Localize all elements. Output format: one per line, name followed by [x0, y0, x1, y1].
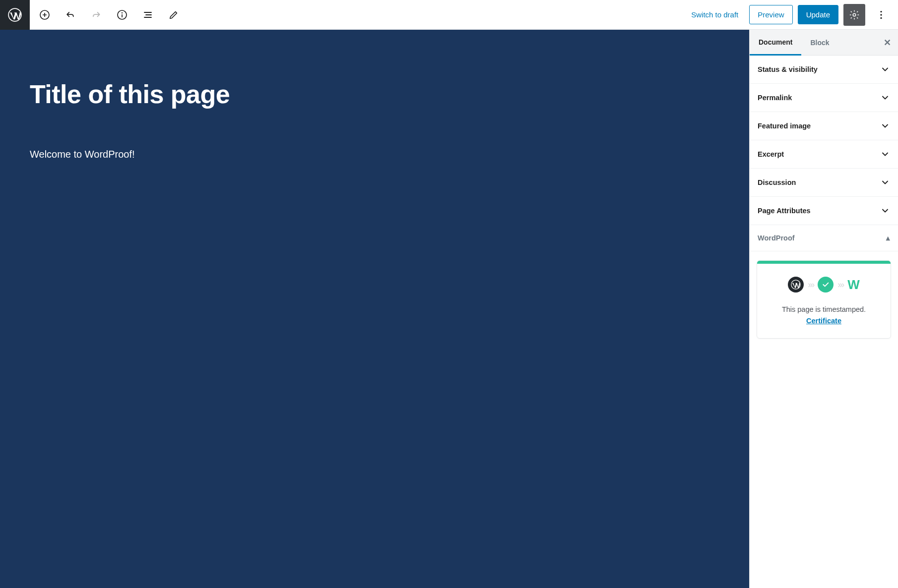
tab-document[interactable]: Document [750, 30, 801, 56]
info-button[interactable] [111, 4, 133, 26]
tab-block[interactable]: Block [801, 30, 838, 56]
close-sidebar-button[interactable]: ✕ [884, 37, 898, 48]
settings-button[interactable] [843, 4, 865, 26]
panel-wordproof[interactable]: WordProof ▴ [750, 225, 898, 251]
chevron-down-icon [880, 206, 890, 216]
settings-sidebar: Document Block ✕ Status & visibility Per… [749, 30, 898, 588]
sidebar-tabs: Document Block ✕ [750, 30, 898, 56]
arrow-icon: ››› [837, 280, 843, 290]
panel-label: Page Attributes [758, 207, 811, 215]
chevron-down-icon [880, 149, 890, 159]
panel-discussion[interactable]: Discussion [750, 169, 898, 197]
add-block-button[interactable] [34, 4, 56, 26]
wordproof-status-text: This page is timestamped. [766, 305, 882, 313]
page-body-text[interactable]: Welcome to WordProof! [30, 149, 719, 160]
certificate-link[interactable]: Certificate [806, 317, 841, 325]
svg-point-4 [853, 13, 856, 16]
wordproof-card: ››› ››› W This page is timestamped. Cert… [757, 260, 891, 339]
wordpress-icon [788, 277, 804, 293]
update-button[interactable]: Update [798, 5, 838, 24]
svg-point-6 [880, 14, 882, 15]
svg-point-3 [122, 12, 123, 13]
preview-button[interactable]: Preview [749, 5, 792, 24]
redo-button[interactable] [85, 4, 107, 26]
editor-canvas[interactable]: Title of this page Welcome to WordProof! [0, 30, 749, 588]
panel-permalink[interactable]: Permalink [750, 84, 898, 112]
panel-label: Status & visibility [758, 65, 818, 73]
close-icon: ✕ [884, 38, 891, 48]
svg-point-5 [880, 10, 882, 12]
chevron-down-icon [880, 93, 890, 103]
check-icon [818, 277, 834, 293]
panel-label: WordProof [758, 234, 795, 242]
page-title[interactable]: Title of this page [30, 79, 719, 109]
wordproof-logo-icon: W [847, 277, 860, 293]
top-toolbar: Switch to draft Preview Update [0, 0, 898, 30]
panel-page-attributes[interactable]: Page Attributes [750, 197, 898, 225]
edit-button[interactable] [163, 4, 185, 26]
more-options-button[interactable] [870, 4, 892, 26]
panel-featured-image[interactable]: Featured image [750, 112, 898, 140]
panel-label: Excerpt [758, 150, 784, 158]
switch-to-draft-link[interactable]: Switch to draft [685, 6, 744, 23]
wordproof-flow: ››› ››› W [766, 277, 882, 293]
undo-button[interactable] [60, 4, 81, 26]
panel-status-visibility[interactable]: Status & visibility [750, 56, 898, 84]
panel-excerpt[interactable]: Excerpt [750, 140, 898, 169]
panel-label: Discussion [758, 178, 796, 186]
svg-point-7 [880, 17, 882, 18]
chevron-down-icon [880, 177, 890, 187]
chevron-down-icon [880, 64, 890, 74]
arrow-icon: ››› [808, 280, 814, 290]
panel-label: Permalink [758, 94, 792, 102]
chevron-up-icon: ▴ [886, 234, 890, 242]
outline-button[interactable] [137, 4, 159, 26]
chevron-down-icon [880, 121, 890, 131]
wordpress-logo-button[interactable] [0, 0, 30, 30]
panel-label: Featured image [758, 122, 811, 130]
